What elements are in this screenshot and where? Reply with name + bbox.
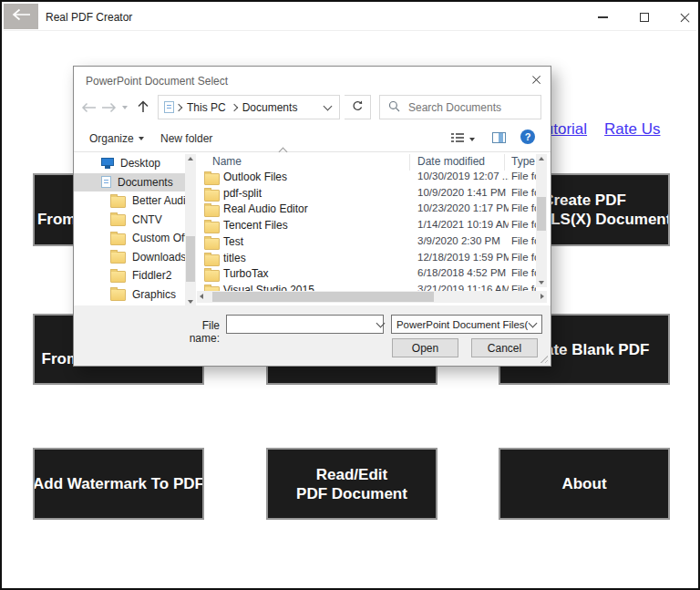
tree-scrollbar-thumb[interactable] [186, 236, 195, 282]
resize-grip[interactable] [540, 355, 548, 363]
file-type: File fol [511, 202, 536, 213]
maximize-button[interactable] [634, 7, 654, 27]
list-scrollbar-thumb[interactable] [537, 197, 546, 231]
file-name: pdf-split [223, 187, 262, 200]
file-row[interactable]: Tencent Files1/14/2021 10:19 AMFile fol [197, 217, 536, 233]
titlebar: Real PDF Creator [4, 4, 696, 31]
file-name-combo [226, 315, 384, 334]
folder-tree: DesktopDocumentsBetter AudioCNTVCustom O… [74, 154, 185, 306]
document-icon [101, 176, 111, 188]
tree-item-desktop[interactable]: Desktop [74, 154, 185, 172]
tree-item-documents[interactable]: Documents [74, 173, 185, 191]
new-folder-button[interactable]: New folder [160, 132, 212, 145]
file-row[interactable]: pdf-split10/9/2020 1:41 PMFile fol [197, 185, 536, 202]
file-type: File fol [511, 171, 536, 181]
file-open-dialog: PowerPoint Document Select This PC Docum… [73, 66, 551, 367]
file-name: titles [223, 252, 246, 264]
hscrollbar-thumb[interactable] [212, 292, 434, 302]
file-row[interactable]: Test3/9/2020 2:30 PMFile fol [197, 233, 536, 250]
organize-chevron-icon [139, 137, 144, 140]
cancel-button[interactable]: Cancel [471, 338, 538, 357]
maximize-icon [640, 13, 649, 22]
folder-icon [204, 190, 220, 202]
folder-icon [110, 233, 126, 245]
close-button[interactable] [674, 7, 695, 27]
file-name-label: File name: [170, 319, 220, 345]
nav-forward-icon[interactable] [101, 102, 117, 116]
folder-icon [110, 196, 126, 208]
list-scrollbar-horizontal[interactable] [197, 291, 547, 303]
nav-up-icon[interactable] [137, 100, 149, 116]
tree-item-custom-office[interactable]: Custom Office [74, 229, 185, 247]
minimize-button[interactable] [592, 7, 612, 27]
toolbar-separator [74, 151, 551, 152]
column-header-name[interactable]: Name [212, 155, 242, 168]
folder-icon [204, 270, 220, 282]
open-button[interactable]: Open [392, 338, 458, 357]
nav-back-icon[interactable] [81, 102, 97, 116]
scroll-down-icon[interactable] [188, 300, 193, 304]
folder-icon [204, 222, 220, 233]
list-scrollbar-vertical[interactable] [536, 154, 547, 287]
action-button-label: Read/Edit [316, 465, 387, 484]
minimize-icon [598, 16, 608, 18]
details-view-icon [451, 132, 465, 146]
tree-item-better-audio[interactable]: Better Audio [74, 191, 185, 210]
scroll-down-icon[interactable] [539, 281, 544, 285]
file-row[interactable]: titles12/18/2019 1:59 PMFile fol [197, 250, 536, 266]
action-button-add-watermark-to-pdf[interactable]: Add Watermark To PDF [33, 448, 204, 520]
recent-locations-chevron-icon[interactable] [122, 106, 128, 109]
folder-icon [204, 173, 220, 185]
file-row[interactable]: Real Audio Editor10/23/2020 1:17 PMFile … [197, 201, 536, 217]
organize-button[interactable]: Organize [89, 132, 144, 145]
back-button[interactable] [4, 4, 38, 29]
tree-item-label: Downloads [132, 251, 185, 264]
action-button-label: PDF Document [296, 484, 407, 503]
breadcrumb-this-pc[interactable]: This PC [187, 101, 226, 114]
file-type: File fol [511, 187, 536, 198]
preview-pane-button[interactable] [492, 132, 506, 146]
tree-item-label: Fiddler2 [132, 269, 171, 282]
help-button[interactable]: ? [520, 129, 535, 144]
scroll-up-icon[interactable] [539, 157, 544, 160]
file-row[interactable]: Outlook Files10/30/2019 12:07 ...File fo… [197, 169, 536, 185]
scroll-up-icon[interactable] [188, 157, 193, 160]
tree-item-cntv[interactable]: CNTV [74, 211, 185, 229]
rate-us-link[interactable]: Rate Us [604, 120, 660, 139]
refresh-button[interactable] [345, 95, 371, 119]
scroll-right-icon[interactable] [540, 294, 544, 299]
file-type-select[interactable]: PowerPoint Document Files(*.p [391, 315, 542, 334]
folder-icon [110, 271, 126, 283]
scroll-left-icon[interactable] [200, 294, 203, 299]
file-name: Tencent Files [223, 219, 288, 232]
column-header-type[interactable]: Type [511, 155, 535, 168]
folder-icon [204, 238, 220, 250]
file-name: TurboTax [223, 267, 269, 280]
file-name-input[interactable] [231, 317, 376, 332]
file-row[interactable]: TurboTax6/18/2018 4:52 PMFile fol [197, 265, 536, 282]
help-icon: ? [525, 131, 531, 142]
desktop-icon [101, 158, 114, 170]
tree-scrollbar[interactable] [185, 154, 196, 306]
folder-icon [110, 214, 126, 226]
file-name-chevron-icon[interactable] [376, 318, 386, 327]
action-button-about[interactable]: About [499, 448, 670, 520]
tree-item-label: Better Audio [132, 194, 185, 207]
address-dropdown-chevron-icon[interactable] [324, 101, 333, 110]
view-mode-button[interactable] [451, 132, 475, 146]
file-date: 6/18/2018 4:52 PM [417, 267, 509, 278]
new-folder-label: New folder [160, 132, 212, 145]
file-type: File fol [511, 252, 536, 263]
search-input[interactable] [407, 100, 529, 115]
dialog-close-icon[interactable] [531, 75, 542, 86]
action-button-read-edit-pdf-document[interactable]: Read/EditPDF Document [266, 448, 438, 520]
search-icon [388, 100, 400, 115]
column-header-date-modified[interactable]: Date modified [417, 155, 485, 168]
tree-item-fiddler2[interactable]: Fiddler2 [74, 266, 185, 285]
breadcrumb[interactable]: This PC Documents [158, 95, 340, 119]
refresh-icon [352, 100, 364, 115]
tree-item-graphics[interactable]: Graphics [74, 285, 185, 304]
breadcrumb-documents[interactable]: Documents [242, 101, 298, 114]
location-icon [164, 101, 174, 113]
tree-item-downloads[interactable]: Downloads [74, 248, 185, 266]
